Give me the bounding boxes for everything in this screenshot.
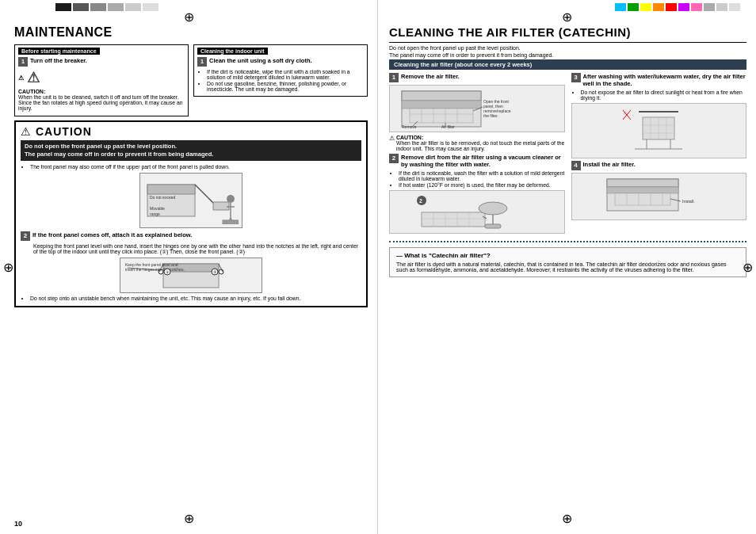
svg-rect-1 (147, 185, 195, 194)
svg-text:Install.: Install. (682, 199, 695, 204)
filter-step1-row: 1 Remove the air filter. (389, 73, 565, 82)
diagram-1-svg: Do not exceed Movable range (143, 177, 239, 224)
color-r-9 (716, 3, 727, 11)
svg-rect-52 (485, 224, 501, 228)
svg-text:insert the hinges into the not: insert the hinges into the notches. (125, 267, 185, 272)
caution-label: CAUTION: (18, 89, 185, 94)
cleaning-bullet-1: If the dirt is noticeable, wipe the unit… (207, 69, 364, 80)
step1-caution-text: CAUTION: When the air filter is to be re… (396, 135, 565, 151)
reg-mark-bottom-right: ⊕ (562, 511, 572, 526)
filter-step3-row: 3 After washing with water/lukewarm wate… (571, 73, 747, 87)
step2-bullet-2: If hot water (120°F or more) is used, th… (399, 182, 565, 188)
step2-diagram: 2 (389, 190, 565, 234)
svg-rect-29 (410, 109, 473, 123)
step3-bullet-1: Do not expose the air filter to direct s… (581, 90, 747, 101)
svg-point-50 (479, 202, 507, 215)
step1-text: Turn off the breaker. (30, 57, 87, 64)
caution-diagram-2: Keep the front panel level and insert th… (21, 257, 361, 293)
step3-svg: ☀ (619, 105, 698, 157)
caution-warning-block: Do not open the front panel up past the … (21, 140, 361, 161)
color-block-5 (125, 3, 141, 11)
step1-row: 1 Turn off the breaker. (18, 57, 185, 67)
step1-caution-body: When the air filter is to be removed, do… (396, 140, 565, 151)
cleaning-step1-text: Clean the unit using a soft dry cloth. (209, 57, 312, 64)
diagram-1-box: Do not exceed Movable range (139, 173, 242, 228)
color-block-2 (73, 3, 89, 11)
svg-text:the filter.: the filter. (483, 113, 498, 118)
caution-step2-text: If the front panel comes off, attach it … (32, 231, 192, 238)
svg-rect-9 (223, 220, 239, 224)
top-color-bar-left (55, 3, 158, 11)
notice-1: Do not open the front panel up past the … (389, 45, 746, 51)
caution-outer-box: ⚠ CAUTION Do not open the front panel up… (14, 120, 368, 307)
svg-rect-70 (607, 179, 678, 187)
step1-svg: Open the front panel, then remove/replac… (398, 87, 556, 131)
dotted-sep (389, 241, 746, 242)
caution-step2-row: 2 If the front panel comes off, attach i… (21, 231, 361, 241)
cleaning-bullet-2: Do not use gasoline, benzine, thinner, p… (207, 81, 364, 92)
filter-step3-num: 3 (571, 73, 581, 82)
color-r-8 (704, 3, 715, 11)
svg-text:Movable: Movable (150, 206, 165, 211)
svg-line-2 (195, 185, 215, 204)
right-content: CLEANING THE AIR FILTER (CATECHIN) Do no… (389, 25, 746, 277)
caution-body: When the unit is to be cleaned, switch i… (18, 94, 185, 111)
reg-mark-top-right: ⊕ (562, 10, 572, 25)
filter-section-header: Cleaning the air filter (about once ever… (389, 59, 746, 70)
color-block-6 (143, 3, 158, 11)
page: ⊕ MAINTENANCE Before starting maintenanc… (0, 0, 756, 534)
caution-triangle-icon: ⚠ (21, 125, 31, 138)
cleaning-indoor-header: Cleaning the indoor unit (197, 48, 268, 55)
steps-right-col: 3 After washing with water/lukewarm wate… (571, 73, 747, 236)
svg-text:Air filter: Air filter (441, 124, 455, 129)
step1-number: 1 (18, 57, 28, 67)
two-col-section: Before starting maintenance 1 Turn off t… (14, 44, 368, 116)
svg-rect-71 (607, 187, 678, 193)
maintenance-title: MAINTENANCE (14, 25, 368, 40)
title-divider (389, 42, 746, 43)
step1-caution-icon: ⚠ (389, 135, 395, 142)
color-r-7 (691, 3, 702, 11)
step2-bullet-1: If the dirt is noticeable, wash the filt… (399, 170, 565, 181)
before-starting-box: Before starting maintenance 1 Turn off t… (14, 44, 189, 116)
cleaning-step1-num: 1 (197, 57, 207, 67)
filter-step4-num: 4 (571, 161, 581, 170)
filter-step2-num: 2 (389, 154, 399, 163)
caution-icon: ⚠ (27, 69, 40, 86)
caution-triangle-small: ⚠ (18, 74, 24, 82)
filter-step2-text: Remove dirt from the air filter using a … (401, 154, 565, 168)
caution-bullet-2: Do not step onto an unstable bench when … (30, 296, 361, 301)
filter-step4-text: Install the air filter. (583, 161, 636, 168)
steps-left-col: 1 Remove the air filter. (389, 73, 565, 236)
svg-text:Remove: Remove (402, 124, 417, 129)
svg-rect-3 (213, 202, 229, 210)
svg-rect-44 (422, 212, 485, 227)
color-r-4 (653, 3, 664, 11)
step1-caution-label: CAUTION: (396, 135, 565, 140)
step4-svg: Install. (599, 175, 718, 219)
caution-diagram-1: Do not exceed Movable range (21, 173, 361, 228)
step2-bullets: If the dirt is noticeable, wash the filt… (389, 170, 565, 188)
color-r-10 (729, 3, 740, 11)
svg-text:range: range (150, 212, 160, 216)
filter-step2-row: 2 Remove dirt from the air filter using … (389, 154, 565, 168)
svg-point-18 (219, 269, 223, 274)
right-panel: ⊕ CLEANING THE AIR FILTER (CATECHIN) Do … (378, 0, 756, 534)
svg-rect-27 (402, 91, 481, 101)
color-r-6 (678, 3, 689, 11)
catechin-box: — What is "Catechin air filter"? The air… (389, 247, 746, 277)
step1-diagram: Open the front panel, then remove/replac… (389, 85, 565, 132)
caution-bullet-1: The front panel may also come off if the… (30, 164, 361, 170)
caution-bullet2-list: Do not step onto an unstable bench when … (21, 296, 361, 301)
step1-caution: ⚠ CAUTION: When the air filter is to be … (389, 135, 565, 151)
step3-diagram: ☀ (571, 103, 747, 158)
top-color-bar-right (615, 3, 740, 11)
before-starting-col: Before starting maintenance 1 Turn off t… (14, 44, 189, 116)
catechin-body: The air filter is dyed with a natural ma… (396, 261, 739, 273)
svg-text:Do not exceed: Do not exceed (150, 195, 175, 200)
color-block-3 (90, 3, 106, 11)
filter-step3-text: After washing with water/lukewarm water,… (583, 73, 747, 87)
caution-step2-num: 2 (21, 231, 30, 241)
color-r-1 (615, 3, 626, 11)
svg-text:☀: ☀ (623, 111, 627, 116)
